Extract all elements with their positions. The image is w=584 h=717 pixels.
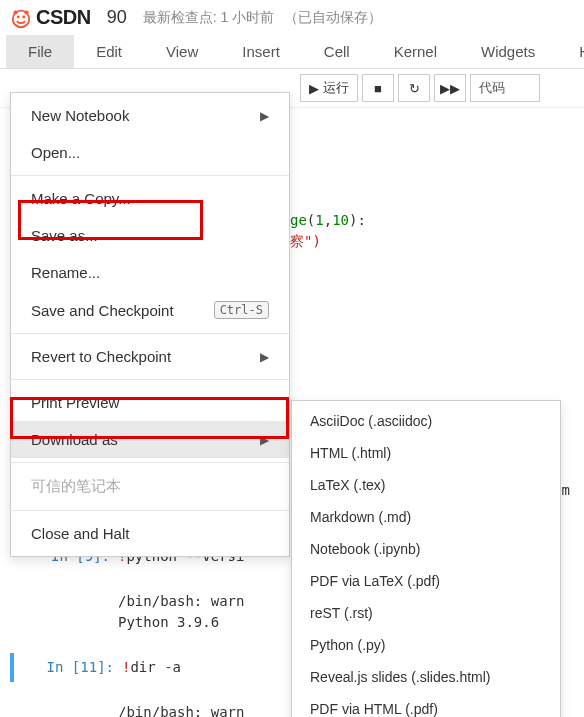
restart-run-all-button[interactable]: ▶▶	[434, 74, 466, 102]
submenu-arrow-icon: ▶	[260, 350, 269, 364]
menu-view[interactable]: View	[144, 35, 220, 68]
download-as-submenu: AsciiDoc (.asciidoc) HTML (.html) LaTeX …	[291, 400, 561, 717]
checkpoint-info: 最新检查点: 1 小时前	[143, 9, 274, 27]
menu-item-print-preview[interactable]: Print Preview	[11, 384, 289, 421]
submenu-item-pdf-html[interactable]: PDF via HTML (.pdf)	[292, 693, 560, 717]
menu-insert[interactable]: Insert	[220, 35, 302, 68]
menu-item-save-as[interactable]: Save as...	[11, 217, 289, 254]
submenu-arrow-icon: ▶	[260, 109, 269, 123]
version-number: 90	[107, 7, 127, 28]
menu-kernel[interactable]: Kernel	[372, 35, 459, 68]
menubar: File Edit View Insert Cell Kernel Widget…	[0, 35, 584, 69]
menu-item-trusted: 可信的笔记本	[11, 467, 289, 506]
stop-icon: ■	[374, 81, 382, 96]
keyboard-shortcut: Ctrl-S	[214, 301, 269, 319]
menu-item-open[interactable]: Open...	[11, 134, 289, 171]
svg-point-1	[17, 15, 20, 18]
menu-separator	[11, 462, 289, 463]
refresh-icon: ↻	[409, 81, 420, 96]
menu-edit[interactable]: Edit	[74, 35, 144, 68]
file-menu-dropdown: New Notebook ▶ Open... Make a Copy... Sa…	[10, 92, 290, 557]
cell-code[interactable]: !dir -a	[122, 653, 181, 682]
restart-button[interactable]: ↻	[398, 74, 430, 102]
submenu-item-reveal[interactable]: Reveal.js slides (.slides.html)	[292, 661, 560, 693]
play-icon: ▶	[309, 81, 319, 96]
menu-item-revert[interactable]: Revert to Checkpoint ▶	[11, 338, 289, 375]
submenu-item-notebook[interactable]: Notebook (.ipynb)	[292, 533, 560, 565]
submenu-item-html[interactable]: HTML (.html)	[292, 437, 560, 469]
logo-text: CSDN	[36, 6, 91, 29]
menu-help[interactable]: Help	[557, 35, 584, 68]
submenu-item-rst[interactable]: reST (.rst)	[292, 597, 560, 629]
svg-point-2	[22, 15, 25, 18]
svg-point-4	[24, 10, 28, 14]
menu-separator	[11, 333, 289, 334]
menu-cell[interactable]: Cell	[302, 35, 372, 68]
run-label: 运行	[323, 79, 349, 97]
menu-item-make-copy[interactable]: Make a Copy...	[11, 180, 289, 217]
submenu-item-markdown[interactable]: Markdown (.md)	[292, 501, 560, 533]
submenu-arrow-icon: ▶	[260, 433, 269, 447]
menu-separator	[11, 379, 289, 380]
interrupt-button[interactable]: ■	[362, 74, 394, 102]
autosave-status: （已自动保存）	[284, 9, 382, 27]
submenu-item-pdf-latex[interactable]: PDF via LaTeX (.pdf)	[292, 565, 560, 597]
submenu-item-asciidoc[interactable]: AsciiDoc (.asciidoc)	[292, 405, 560, 437]
logo-icon	[10, 7, 32, 29]
submenu-item-latex[interactable]: LaTeX (.tex)	[292, 469, 560, 501]
menu-item-rename[interactable]: Rename...	[11, 254, 289, 291]
logo[interactable]: CSDN	[10, 6, 91, 29]
code-fragment: ge(1,10):察")	[290, 206, 366, 256]
menu-item-new-notebook[interactable]: New Notebook ▶	[11, 97, 289, 134]
menu-separator	[11, 510, 289, 511]
menu-item-download-as[interactable]: Download as ▶	[11, 421, 289, 458]
cell-type-select[interactable]: 代码	[470, 74, 540, 102]
top-bar: CSDN 90 最新检查点: 1 小时前 （已自动保存）	[0, 0, 584, 35]
menu-item-close-halt[interactable]: Close and Halt	[11, 515, 289, 552]
run-button[interactable]: ▶ 运行	[300, 74, 358, 102]
menu-separator	[11, 175, 289, 176]
cell-prompt: In [11]:	[14, 653, 122, 682]
svg-point-3	[13, 10, 17, 14]
submenu-item-python[interactable]: Python (.py)	[292, 629, 560, 661]
menu-item-save-checkpoint[interactable]: Save and Checkpoint Ctrl-S	[11, 291, 289, 329]
fast-forward-icon: ▶▶	[440, 81, 460, 96]
menu-widgets[interactable]: Widgets	[459, 35, 557, 68]
menu-file[interactable]: File	[6, 35, 74, 68]
